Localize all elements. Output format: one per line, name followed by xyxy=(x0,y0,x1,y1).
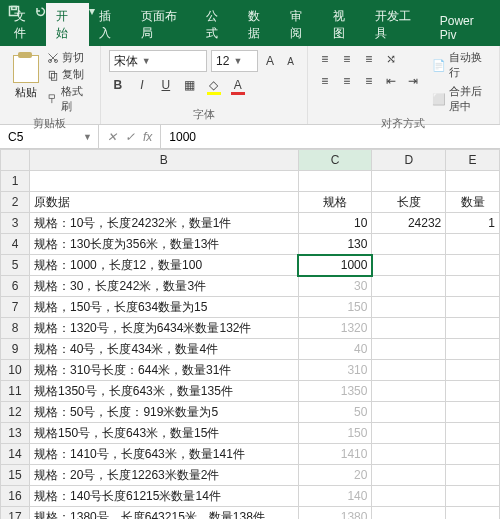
name-box-input[interactable] xyxy=(6,129,70,145)
cell[interactable]: 原数据 xyxy=(30,192,299,213)
decrease-font-icon[interactable]: A xyxy=(282,52,299,70)
row-header[interactable]: 3 xyxy=(1,213,30,234)
cell[interactable]: 规格，150号，长度634数量为15 xyxy=(30,297,299,318)
tab-review[interactable]: 审阅 xyxy=(280,3,322,46)
cell[interactable] xyxy=(446,276,500,297)
tab-layout[interactable]: 页面布局 xyxy=(131,3,196,46)
underline-button[interactable]: U xyxy=(157,76,175,94)
col-header-e[interactable]: E xyxy=(446,150,500,171)
select-all-corner[interactable] xyxy=(1,150,30,171)
font-size-combo[interactable]: 12▼ xyxy=(211,50,258,72)
cell[interactable]: 10 xyxy=(298,213,372,234)
cell[interactable]: 130 xyxy=(298,234,372,255)
row-header[interactable]: 9 xyxy=(1,339,30,360)
cell[interactable]: 150 xyxy=(298,297,372,318)
row-header[interactable]: 6 xyxy=(1,276,30,297)
cell[interactable]: 1 xyxy=(446,213,500,234)
cell[interactable] xyxy=(446,423,500,444)
paste-button[interactable]: 粘贴 xyxy=(8,50,43,104)
col-header-d[interactable]: D xyxy=(372,150,446,171)
cell[interactable] xyxy=(372,318,446,339)
cell[interactable]: 数量 xyxy=(446,192,500,213)
cell[interactable] xyxy=(372,423,446,444)
cell[interactable] xyxy=(372,339,446,360)
cell[interactable] xyxy=(372,276,446,297)
cell[interactable]: 20 xyxy=(298,465,372,486)
cell[interactable] xyxy=(446,444,500,465)
tab-home[interactable]: 开始 xyxy=(46,3,88,46)
cell[interactable] xyxy=(372,444,446,465)
cell[interactable]: 1380 xyxy=(298,507,372,520)
cell[interactable] xyxy=(446,234,500,255)
row-header[interactable]: 12 xyxy=(1,402,30,423)
cell[interactable]: 规格：310号长度：644米，数量31件 xyxy=(30,360,299,381)
cell[interactable]: 310 xyxy=(298,360,372,381)
formula-input[interactable] xyxy=(167,129,498,145)
increase-font-icon[interactable]: A xyxy=(262,52,279,70)
cell[interactable]: 1350 xyxy=(298,381,372,402)
cell[interactable] xyxy=(446,402,500,423)
cell[interactable] xyxy=(372,402,446,423)
cell[interactable]: 规格：50号，长度：919米数量为5 xyxy=(30,402,299,423)
italic-button[interactable]: I xyxy=(133,76,151,94)
row-header[interactable]: 16 xyxy=(1,486,30,507)
align-center-icon[interactable]: ≡ xyxy=(338,72,356,90)
cell[interactable]: 规格：10号，长度24232米，数量1件 xyxy=(30,213,299,234)
cell[interactable] xyxy=(372,297,446,318)
cell[interactable] xyxy=(372,234,446,255)
decrease-indent-icon[interactable]: ⇤ xyxy=(382,72,400,90)
cell[interactable]: 规格1350号，长度643米，数量135件 xyxy=(30,381,299,402)
tab-data[interactable]: 数据 xyxy=(238,3,280,46)
row-header[interactable]: 14 xyxy=(1,444,30,465)
enter-icon[interactable]: ✓ xyxy=(125,130,135,144)
row-header[interactable]: 15 xyxy=(1,465,30,486)
cell[interactable]: 规格：1000，长度12，数量100 xyxy=(30,255,299,276)
wrap-text-button[interactable]: 📄 自动换行 xyxy=(432,50,491,80)
cell[interactable] xyxy=(446,486,500,507)
cell[interactable] xyxy=(446,339,500,360)
cell[interactable] xyxy=(372,360,446,381)
cell[interactable] xyxy=(372,255,446,276)
cell[interactable] xyxy=(446,255,500,276)
cell[interactable]: 规格：20号，长度12263米数量2件 xyxy=(30,465,299,486)
row-header[interactable]: 10 xyxy=(1,360,30,381)
cell[interactable]: 50 xyxy=(298,402,372,423)
cell[interactable] xyxy=(446,171,500,192)
cell[interactable]: 140 xyxy=(298,486,372,507)
increase-indent-icon[interactable]: ⇥ xyxy=(404,72,422,90)
row-header[interactable]: 8 xyxy=(1,318,30,339)
cell[interactable]: 规格：130长度为356米，数量13件 xyxy=(30,234,299,255)
fill-color-button[interactable]: ◇ xyxy=(205,76,223,94)
cell[interactable]: 1320 xyxy=(298,318,372,339)
tab-view[interactable]: 视图 xyxy=(323,3,365,46)
cell[interactable] xyxy=(446,507,500,520)
cell[interactable] xyxy=(446,360,500,381)
tab-formula[interactable]: 公式 xyxy=(196,3,238,46)
name-box-dropdown-icon[interactable]: ▼ xyxy=(83,132,92,142)
align-middle-icon[interactable]: ≡ xyxy=(338,50,356,68)
cell[interactable]: 规格：1320号，长度为6434米数量132件 xyxy=(30,318,299,339)
cut-button[interactable]: 剪切 xyxy=(47,50,91,65)
cell[interactable]: 规格150号，长度643米，数量15件 xyxy=(30,423,299,444)
cell[interactable]: 40 xyxy=(298,339,372,360)
grid[interactable]: B C D E 12原数据规格长度数量3规格：10号，长度24232米，数量1件… xyxy=(0,149,500,519)
cell[interactable] xyxy=(446,297,500,318)
tab-dev[interactable]: 开发工具 xyxy=(365,3,430,46)
align-top-icon[interactable]: ≡ xyxy=(316,50,334,68)
tab-insert[interactable]: 插入 xyxy=(89,3,131,46)
cell[interactable]: 长度 xyxy=(372,192,446,213)
row-header[interactable]: 13 xyxy=(1,423,30,444)
tab-file[interactable]: 文件 xyxy=(4,3,46,46)
fx-icon[interactable]: fx xyxy=(143,130,152,144)
cell[interactable] xyxy=(30,171,299,192)
name-box[interactable]: ▼ xyxy=(0,125,99,148)
row-header[interactable]: 7 xyxy=(1,297,30,318)
align-right-icon[interactable]: ≡ xyxy=(360,72,378,90)
format-painter-button[interactable]: 格式刷 xyxy=(47,84,91,114)
cell[interactable] xyxy=(372,507,446,520)
border-button[interactable]: ▦ xyxy=(181,76,199,94)
cell[interactable]: 1410 xyxy=(298,444,372,465)
cell[interactable]: 1000 xyxy=(298,255,372,276)
cell[interactable] xyxy=(372,486,446,507)
row-header[interactable]: 2 xyxy=(1,192,30,213)
